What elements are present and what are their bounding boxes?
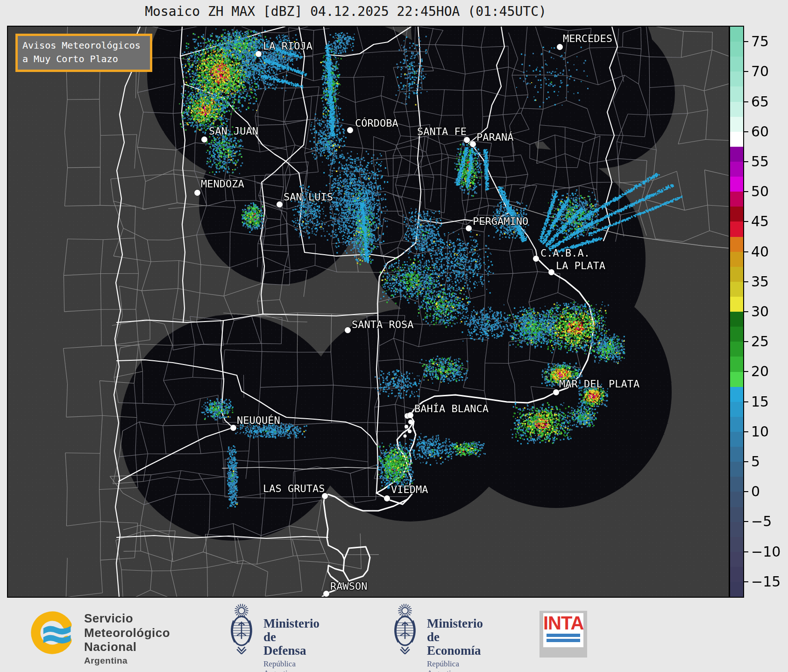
inta-logo: INTA	[540, 611, 587, 658]
smn-name-line4: Argentina	[84, 656, 170, 666]
colorbar-tick	[744, 131, 748, 132]
colorbar-segment	[730, 86, 743, 101]
colorbar-segment	[730, 417, 743, 432]
radar-map-canvas	[8, 27, 729, 597]
colorbar-tick-label: 60	[751, 125, 769, 139]
colorbar-segment	[730, 357, 743, 372]
colorbar-segment	[730, 312, 743, 327]
warning-banner[interactable]: Avisos Meteorológicos a Muy Corto Plazo	[15, 34, 152, 72]
colorbar-segment	[730, 252, 743, 267]
colorbar-tick-label: −15	[751, 575, 781, 589]
colorbar-tick-label: 25	[751, 335, 769, 349]
colorbar-segment	[730, 432, 743, 447]
smn-name-line1: Servicio	[84, 611, 170, 626]
colorbar-segment	[730, 447, 743, 462]
colorbar-tick-label: 75	[751, 35, 769, 49]
colorbar-tick-label: 45	[751, 214, 769, 229]
colorbar-segment	[730, 402, 743, 417]
smn-name-line3: Nacional	[84, 640, 170, 654]
colorbar-tick	[744, 161, 748, 162]
colorbar-segment	[730, 372, 743, 387]
colorbar-segment	[730, 237, 743, 252]
colorbar-tick	[744, 41, 748, 42]
colorbar-segment	[730, 267, 743, 282]
colorbar-segment	[730, 507, 743, 522]
colorbar-segment	[730, 582, 743, 597]
colorbar-tick-label: 30	[751, 305, 769, 319]
radar-map-frame	[7, 26, 730, 598]
colorbar-tick-label: 50	[751, 185, 769, 199]
colorbar-tick-label: 70	[751, 64, 769, 79]
defensa-line1: Ministerio	[263, 617, 319, 630]
colorbar-tick	[744, 521, 748, 522]
colorbar-tick-label: 0	[751, 485, 760, 499]
smn-logo-icon	[30, 610, 75, 655]
colorbar-segment	[730, 207, 743, 222]
colorbar-tick-label: 20	[751, 365, 769, 379]
defensa-line2: de Defensa	[263, 630, 319, 658]
colorbar-segment	[730, 537, 743, 552]
colorbar-tick-label: 65	[751, 95, 769, 109]
colorbar-tick	[744, 401, 748, 402]
inta-logo-inner: INTA	[543, 613, 583, 647]
colorbar-tick	[744, 431, 748, 432]
colorbar-tick	[744, 251, 748, 252]
inta-bar-icon	[547, 639, 580, 642]
colorbar-tick-label: 15	[751, 395, 769, 409]
colorbar-tick	[744, 491, 748, 492]
colorbar-segment	[730, 492, 743, 507]
colorbar-segment	[730, 192, 743, 207]
warning-line-2: a Muy Corto Plazo	[22, 53, 118, 64]
colorbar-tick-label: 35	[751, 275, 769, 289]
colorbar-tick-label: 55	[751, 155, 769, 169]
colorbar-segment	[730, 117, 743, 132]
economia-line3: República Argentina	[427, 659, 483, 672]
colorbar-tick	[744, 221, 748, 222]
smn-name-line2: Meteorológico	[84, 626, 170, 640]
colorbar-segment	[730, 177, 743, 192]
defensa-line3: República Argentina	[263, 659, 319, 672]
colorbar-tick	[744, 101, 748, 102]
colorbar-segment	[730, 162, 743, 177]
colorbar-tick-label: −5	[751, 515, 772, 529]
colorbar-segment	[730, 147, 743, 162]
radar-mosaic-page: { "title": "Mosaico ZH MAX [dBZ] 04.12.2…	[0, 0, 788, 672]
colorbar-tick	[744, 581, 748, 582]
colorbar-tick-label: −10	[751, 545, 781, 559]
colorbar-segment	[730, 462, 743, 477]
colorbar-segment	[730, 71, 743, 86]
colorbar-segment	[730, 282, 743, 297]
colorbar-tick	[744, 71, 748, 72]
colorbar-segment	[730, 477, 743, 492]
colorbar-segment	[730, 567, 743, 582]
inta-label: INTA	[543, 613, 583, 632]
colorbar-tick	[744, 371, 748, 372]
colorbar-segment	[730, 27, 743, 42]
colorbar-segment	[730, 387, 743, 402]
colorbar-segment	[730, 132, 743, 147]
colorbar-tick	[744, 341, 748, 342]
colorbar-segment	[730, 297, 743, 312]
colorbar-segment	[730, 552, 743, 567]
coat-of-arms-icon	[388, 602, 422, 660]
inta-bar-icon	[547, 634, 580, 637]
colorbar-segment	[730, 222, 743, 236]
colorbar-segment	[730, 342, 743, 357]
colorbar-tick-label: 40	[751, 245, 769, 259]
colorbar-tick	[744, 551, 748, 552]
colorbar-tick-label: 10	[751, 425, 769, 439]
footer: Servicio Meteorológico Nacional Argentin…	[0, 598, 788, 672]
colorbar-segment	[730, 522, 743, 537]
colorbar-tick-label: 5	[751, 455, 760, 469]
coat-of-arms-icon	[224, 602, 259, 660]
colorbar-tick	[744, 311, 748, 312]
colorbar-tick	[744, 461, 748, 462]
economia-line2: de Economía	[427, 630, 483, 658]
colorbar-segment	[730, 57, 743, 71]
colorbar-segment	[730, 42, 743, 57]
warning-line-1: Avisos Meteorológicos	[22, 40, 141, 51]
colorbar-segment	[730, 327, 743, 342]
colorbar-segment	[730, 102, 743, 117]
colorbar-tick	[744, 281, 748, 282]
colorbar-tick	[744, 191, 748, 192]
